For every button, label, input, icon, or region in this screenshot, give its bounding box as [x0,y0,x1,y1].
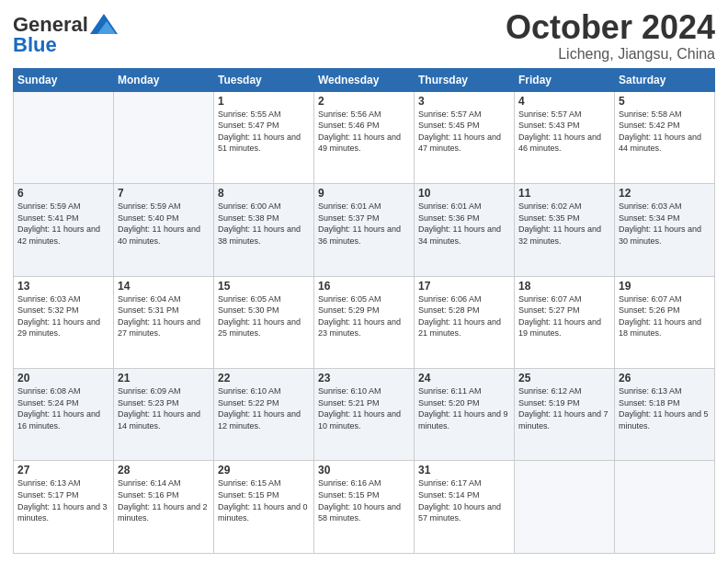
day-info: Sunrise: 5:56 AM Sunset: 5:46 PM Dayligh… [318,109,410,155]
calendar-cell: 5Sunrise: 5:58 AM Sunset: 5:42 PM Daylig… [615,91,715,183]
calendar-cell: 1Sunrise: 5:55 AM Sunset: 5:47 PM Daylig… [214,91,314,183]
day-info: Sunrise: 6:09 AM Sunset: 5:23 PM Dayligh… [118,385,210,431]
calendar-cell: 13Sunrise: 6:03 AM Sunset: 5:32 PM Dayli… [14,276,114,368]
day-info: Sunrise: 6:02 AM Sunset: 5:35 PM Dayligh… [518,201,610,247]
day-info: Sunrise: 6:07 AM Sunset: 5:27 PM Dayligh… [518,293,610,339]
day-number: 12 [619,187,711,200]
calendar-cell: 22Sunrise: 6:10 AM Sunset: 5:22 PM Dayli… [214,369,314,461]
day-number: 16 [318,280,410,293]
title-block: October 2024 Licheng, Jiangsu, China [506,9,715,63]
location: Licheng, Jiangsu, China [506,46,715,63]
day-number: 19 [619,280,711,293]
calendar-week-row: 13Sunrise: 6:03 AM Sunset: 5:32 PM Dayli… [14,276,715,368]
calendar-cell: 21Sunrise: 6:09 AM Sunset: 5:23 PM Dayli… [114,369,214,461]
calendar-cell: 31Sunrise: 6:17 AM Sunset: 5:14 PM Dayli… [415,461,515,554]
calendar-cell: 27Sunrise: 6:13 AM Sunset: 5:17 PM Dayli… [14,461,114,554]
calendar-cell: 19Sunrise: 6:07 AM Sunset: 5:26 PM Dayli… [615,276,715,368]
calendar-cell [615,461,715,554]
day-number: 1 [218,95,310,108]
day-info: Sunrise: 6:14 AM Sunset: 5:16 PM Dayligh… [118,477,210,523]
day-info: Sunrise: 6:13 AM Sunset: 5:18 PM Dayligh… [619,385,711,431]
day-number: 24 [418,372,510,385]
day-info: Sunrise: 6:17 AM Sunset: 5:14 PM Dayligh… [418,477,510,523]
day-number: 6 [17,187,109,200]
day-info: Sunrise: 6:03 AM Sunset: 5:34 PM Dayligh… [619,201,711,247]
header-thursday: Thursday [415,68,515,91]
calendar-cell: 12Sunrise: 6:03 AM Sunset: 5:34 PM Dayli… [615,184,715,276]
calendar-cell: 29Sunrise: 6:15 AM Sunset: 5:15 PM Dayli… [214,461,314,554]
day-info: Sunrise: 6:15 AM Sunset: 5:15 PM Dayligh… [218,477,310,523]
day-number: 31 [418,464,510,477]
logo-blue: Blue [13,33,57,57]
calendar-cell: 4Sunrise: 5:57 AM Sunset: 5:43 PM Daylig… [515,91,615,183]
calendar-cell: 6Sunrise: 5:59 AM Sunset: 5:41 PM Daylig… [14,184,114,276]
day-info: Sunrise: 6:01 AM Sunset: 5:37 PM Dayligh… [318,201,410,247]
calendar-cell: 15Sunrise: 6:05 AM Sunset: 5:30 PM Dayli… [214,276,314,368]
day-number: 2 [318,95,410,108]
day-info: Sunrise: 5:58 AM Sunset: 5:42 PM Dayligh… [619,109,711,155]
day-info: Sunrise: 6:10 AM Sunset: 5:22 PM Dayligh… [218,385,310,431]
day-number: 10 [418,187,510,200]
day-number: 21 [118,372,210,385]
calendar-cell: 2Sunrise: 5:56 AM Sunset: 5:46 PM Daylig… [314,91,415,183]
day-info: Sunrise: 5:55 AM Sunset: 5:47 PM Dayligh… [218,109,310,155]
day-number: 25 [518,372,610,385]
month-title: October 2024 [506,9,715,46]
calendar-cell: 8Sunrise: 6:00 AM Sunset: 5:38 PM Daylig… [214,184,314,276]
logo-icon [90,14,118,34]
day-info: Sunrise: 5:59 AM Sunset: 5:40 PM Dayligh… [118,201,210,247]
calendar-cell: 9Sunrise: 6:01 AM Sunset: 5:37 PM Daylig… [314,184,415,276]
day-info: Sunrise: 6:05 AM Sunset: 5:30 PM Dayligh… [218,293,310,339]
calendar-cell: 7Sunrise: 5:59 AM Sunset: 5:40 PM Daylig… [114,184,214,276]
calendar-cell [14,91,114,183]
header-wednesday: Wednesday [314,68,415,91]
day-number: 20 [17,372,109,385]
day-info: Sunrise: 5:59 AM Sunset: 5:41 PM Dayligh… [17,201,109,247]
day-number: 29 [218,464,310,477]
header: General Blue October 2024 Licheng, Jiang… [13,9,715,63]
day-number: 8 [218,187,310,200]
day-number: 9 [318,187,410,200]
calendar-week-row: 1Sunrise: 5:55 AM Sunset: 5:47 PM Daylig… [14,91,715,183]
weekday-header-row: Sunday Monday Tuesday Wednesday Thursday… [14,68,715,91]
calendar-cell: 16Sunrise: 6:05 AM Sunset: 5:29 PM Dayli… [314,276,415,368]
calendar-cell: 25Sunrise: 6:12 AM Sunset: 5:19 PM Dayli… [515,369,615,461]
calendar-cell: 26Sunrise: 6:13 AM Sunset: 5:18 PM Dayli… [615,369,715,461]
day-info: Sunrise: 5:57 AM Sunset: 5:43 PM Dayligh… [518,109,610,155]
day-number: 22 [218,372,310,385]
calendar-cell: 14Sunrise: 6:04 AM Sunset: 5:31 PM Dayli… [114,276,214,368]
day-info: Sunrise: 6:00 AM Sunset: 5:38 PM Dayligh… [218,201,310,247]
day-number: 13 [17,280,109,293]
calendar-cell: 17Sunrise: 6:06 AM Sunset: 5:28 PM Dayli… [415,276,515,368]
calendar-cell: 10Sunrise: 6:01 AM Sunset: 5:36 PM Dayli… [415,184,515,276]
day-info: Sunrise: 6:08 AM Sunset: 5:24 PM Dayligh… [17,385,109,431]
day-info: Sunrise: 6:11 AM Sunset: 5:20 PM Dayligh… [418,385,510,431]
day-number: 28 [118,464,210,477]
calendar-cell [515,461,615,554]
day-number: 23 [318,372,410,385]
calendar-week-row: 20Sunrise: 6:08 AM Sunset: 5:24 PM Dayli… [14,369,715,461]
calendar-cell: 30Sunrise: 6:16 AM Sunset: 5:15 PM Dayli… [314,461,415,554]
calendar-cell: 3Sunrise: 5:57 AM Sunset: 5:45 PM Daylig… [415,91,515,183]
calendar-cell: 23Sunrise: 6:10 AM Sunset: 5:21 PM Dayli… [314,369,415,461]
day-info: Sunrise: 6:07 AM Sunset: 5:26 PM Dayligh… [619,293,711,339]
day-number: 4 [518,95,610,108]
calendar-cell: 20Sunrise: 6:08 AM Sunset: 5:24 PM Dayli… [14,369,114,461]
day-number: 11 [518,187,610,200]
day-number: 5 [619,95,711,108]
day-number: 7 [118,187,210,200]
day-info: Sunrise: 5:57 AM Sunset: 5:45 PM Dayligh… [418,109,510,155]
day-info: Sunrise: 6:10 AM Sunset: 5:21 PM Dayligh… [318,385,410,431]
header-saturday: Saturday [615,68,715,91]
day-info: Sunrise: 6:01 AM Sunset: 5:36 PM Dayligh… [418,201,510,247]
calendar-week-row: 27Sunrise: 6:13 AM Sunset: 5:17 PM Dayli… [14,461,715,554]
page: General Blue October 2024 Licheng, Jiang… [0,0,728,563]
day-number: 18 [518,280,610,293]
day-number: 17 [418,280,510,293]
calendar-cell: 11Sunrise: 6:02 AM Sunset: 5:35 PM Dayli… [515,184,615,276]
logo-text: General Blue [13,13,118,57]
day-number: 3 [418,95,510,108]
header-sunday: Sunday [14,68,114,91]
day-number: 26 [619,372,711,385]
header-monday: Monday [114,68,214,91]
